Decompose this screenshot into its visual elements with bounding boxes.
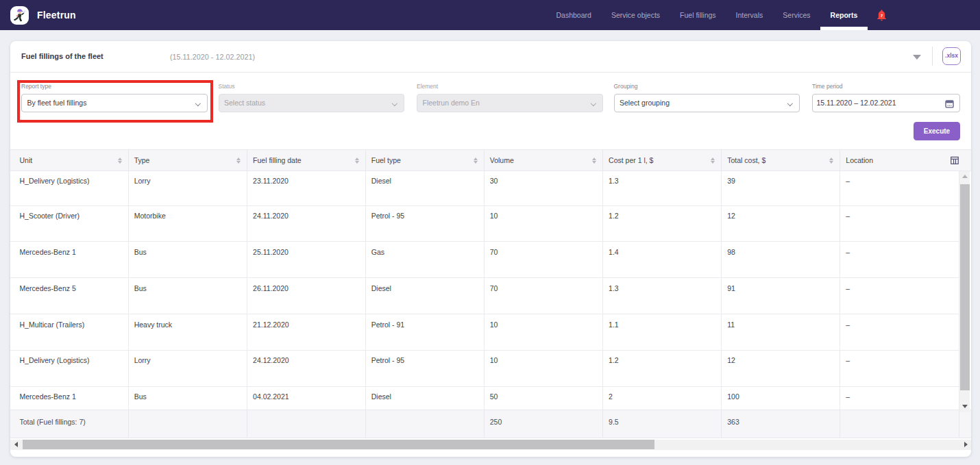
svg-text:7: 7: [881, 14, 883, 18]
